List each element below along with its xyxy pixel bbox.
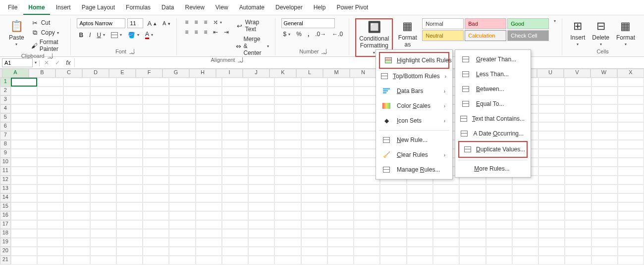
cell[interactable] [222, 176, 248, 184]
cell[interactable] [248, 122, 274, 131]
cell[interactable] [143, 149, 169, 158]
cell[interactable] [116, 104, 143, 113]
cell[interactable] [538, 122, 565, 131]
cell[interactable] [90, 131, 116, 140]
row-header[interactable]: 5 [0, 113, 11, 122]
cell[interactable] [618, 95, 644, 104]
cell[interactable] [618, 140, 644, 149]
cell[interactable] [618, 87, 644, 95]
cell[interactable] [116, 202, 143, 211]
column-header[interactable]: N [350, 69, 376, 78]
cell[interactable] [591, 211, 618, 220]
column-header[interactable]: A [2, 69, 29, 78]
cell[interactable] [222, 140, 248, 149]
cell[interactable] [301, 211, 327, 220]
cell[interactable] [11, 238, 37, 247]
cell[interactable] [327, 140, 354, 149]
cell[interactable] [274, 95, 301, 104]
column-header[interactable]: X [617, 69, 644, 78]
column-header[interactable]: D [82, 69, 109, 78]
cell[interactable] [11, 229, 37, 238]
cell[interactable] [63, 78, 90, 87]
cell[interactable] [565, 229, 591, 238]
cell[interactable] [116, 149, 143, 158]
column-header[interactable]: U [537, 69, 564, 78]
cell[interactable] [248, 229, 274, 238]
cell[interactable] [143, 238, 169, 247]
cell[interactable] [274, 193, 301, 202]
cell[interactable] [37, 87, 63, 95]
cell[interactable] [169, 104, 195, 113]
cell[interactable] [486, 184, 512, 193]
cell[interactable] [90, 122, 116, 131]
cell[interactable] [433, 238, 459, 247]
cell[interactable] [301, 104, 327, 113]
font-color-button[interactable]: A▾ [143, 30, 155, 40]
dialog-launcher-alignment[interactable] [238, 57, 243, 62]
cell[interactable] [301, 140, 327, 149]
styles-more-button[interactable]: ▾ [552, 18, 558, 24]
cell[interactable] [248, 140, 274, 149]
decrease-indent-button[interactable]: ⇤ [211, 28, 220, 36]
cell[interactable] [327, 211, 354, 220]
format-painter-button[interactable]: 🖌Format Painter [29, 38, 67, 53]
row-header[interactable]: 15 [0, 202, 11, 211]
row-header[interactable]: 17 [0, 220, 11, 229]
cell[interactable] [196, 167, 222, 176]
cell[interactable] [512, 256, 538, 265]
cell[interactable] [274, 140, 301, 149]
cell[interactable] [380, 184, 406, 193]
cell[interactable] [90, 184, 116, 193]
cell[interactable] [11, 211, 37, 220]
cell[interactable] [618, 220, 644, 229]
cell[interactable] [565, 220, 591, 229]
increase-font-button[interactable]: A▴ [145, 19, 159, 28]
decrease-decimal-button[interactable]: ←.0 [330, 30, 345, 38]
row-header[interactable]: 18 [0, 229, 11, 238]
cell[interactable] [565, 131, 591, 140]
cell[interactable] [63, 113, 90, 122]
cell[interactable] [538, 238, 565, 247]
cell[interactable] [433, 211, 459, 220]
menu-duplicate-values[interactable]: Duplicate Values... [458, 141, 528, 158]
cell[interactable] [90, 149, 116, 158]
cell[interactable] [37, 247, 63, 256]
cell[interactable] [143, 229, 169, 238]
cell[interactable] [565, 202, 591, 211]
cell[interactable] [591, 184, 618, 193]
cell[interactable] [222, 113, 248, 122]
cell[interactable] [274, 122, 301, 131]
cell[interactable] [274, 211, 301, 220]
cell[interactable] [486, 211, 512, 220]
cell[interactable] [37, 167, 63, 176]
cell[interactable] [196, 247, 222, 256]
cell[interactable] [274, 247, 301, 256]
cell[interactable] [486, 193, 512, 202]
align-top-button[interactable]: ≡ [183, 18, 190, 26]
cell[interactable] [565, 256, 591, 265]
cell[interactable] [196, 229, 222, 238]
cell[interactable] [248, 193, 274, 202]
cell[interactable] [90, 229, 116, 238]
cell[interactable] [354, 238, 380, 247]
cell[interactable] [63, 238, 90, 247]
cell[interactable] [169, 122, 195, 131]
italic-button[interactable]: I [87, 31, 93, 39]
cell[interactable] [380, 247, 406, 256]
cell[interactable] [63, 87, 90, 95]
cell[interactable] [301, 229, 327, 238]
row-header[interactable]: 6 [0, 122, 11, 131]
cell[interactable] [11, 95, 37, 104]
cell[interactable] [301, 256, 327, 265]
cell[interactable] [301, 247, 327, 256]
cell[interactable] [354, 229, 380, 238]
increase-indent-button[interactable]: ⇥ [222, 28, 231, 36]
cell[interactable] [116, 131, 143, 140]
cell[interactable] [327, 104, 354, 113]
cell[interactable] [196, 113, 222, 122]
border-button[interactable]: ▾ [109, 32, 124, 39]
cell[interactable] [591, 104, 618, 113]
cell[interactable] [37, 95, 63, 104]
cell[interactable] [407, 211, 433, 220]
cell[interactable] [116, 140, 143, 149]
